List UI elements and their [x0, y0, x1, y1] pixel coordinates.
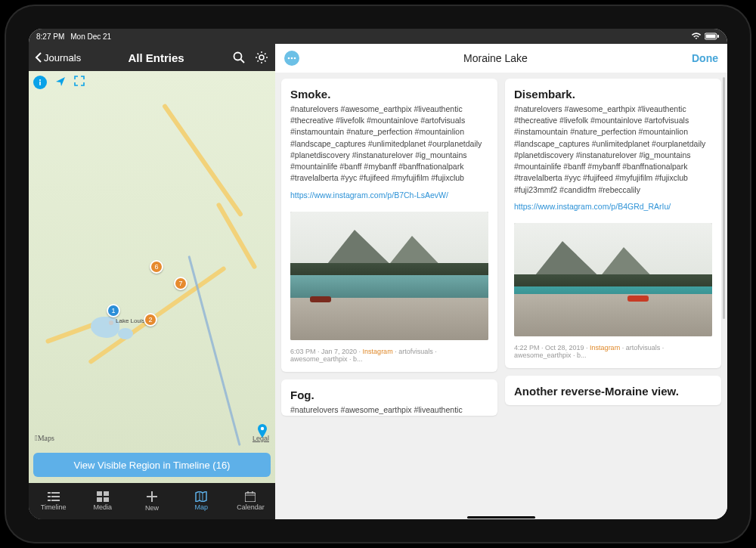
town-marker: [109, 320, 113, 325]
plus-icon: [146, 491, 158, 503]
expand-button[interactable]: [74, 76, 85, 89]
entry-card[interactable]: Disembark. #naturelovers #awesome_earthp…: [505, 79, 721, 368]
media-icon: [97, 491, 109, 502]
svg-rect-9: [48, 492, 51, 494]
svg-rect-7: [39, 82, 41, 85]
left-title: All Entries: [128, 51, 184, 64]
svg-point-26: [291, 57, 293, 60]
tab-bar: Timeline Media New Map: [29, 483, 275, 519]
entry-photo: [290, 212, 488, 340]
info-icon: [36, 79, 44, 86]
map-pin[interactable]: 1: [107, 304, 120, 317]
entry-tags: #naturelovers #awesome_earthpix #liveaut…: [290, 404, 488, 416]
svg-point-27: [294, 57, 296, 60]
entry-link[interactable]: https://www.instagram.com/p/B4GRd_RArIu/: [514, 202, 712, 211]
entry-title: Disembark.: [514, 88, 712, 101]
entry-tags: #naturelovers #awesome_earthpix #liveaut…: [514, 104, 712, 196]
entry-meta: 6:03 PM · Jan 7, 2020 · Instagram · arto…: [290, 348, 488, 363]
view-region-button[interactable]: View Visible Region in Timeline (16): [33, 453, 271, 477]
wifi-icon: [691, 33, 702, 40]
svg-rect-15: [97, 491, 102, 496]
map-pin[interactable]: 7: [174, 277, 187, 290]
map-icon: [195, 491, 207, 502]
svg-rect-11: [48, 496, 51, 497]
left-header: Journals All Entries: [29, 44, 275, 71]
svg-rect-17: [97, 497, 102, 502]
svg-point-8: [261, 427, 264, 430]
entry-card[interactable]: Another reverse-Moraine view.: [505, 376, 721, 405]
map-pin[interactable]: 2: [144, 313, 157, 327]
calendar-icon: [245, 491, 256, 502]
battery-icon: [705, 33, 720, 40]
svg-rect-13: [48, 500, 51, 501]
svg-point-3: [234, 53, 241, 60]
scroll-indicator: [723, 77, 725, 319]
status-time: 8:27 PM: [36, 33, 64, 41]
lake: [118, 328, 133, 339]
entry-tags: #naturelovers #awesome_earthpix #liveaut…: [290, 104, 488, 184]
left-pane: Journals All Entries: [29, 44, 275, 519]
svg-point-6: [39, 79, 41, 81]
expand-icon: [74, 76, 85, 86]
right-pane: Moraine Lake Done Smoke. #naturelovers #…: [275, 44, 727, 519]
settings-button[interactable]: [254, 50, 269, 65]
detail-title: Moraine Lake: [463, 52, 528, 64]
svg-rect-21: [245, 493, 256, 502]
entry-title: Smoke.: [290, 88, 488, 101]
entry-card[interactable]: Fog. #naturelovers #awesome_earthpix #li…: [281, 379, 497, 416]
svg-rect-18: [104, 497, 109, 502]
svg-rect-2: [717, 35, 719, 38]
tab-new[interactable]: New: [127, 483, 176, 519]
search-button[interactable]: [231, 50, 246, 65]
more-menu-button[interactable]: [284, 51, 299, 66]
road: [162, 104, 243, 218]
screen: 8:27 PM Mon Dec 21 Journals All Entries: [29, 29, 727, 519]
ellipsis-icon: [287, 57, 296, 60]
current-location-pin[interactable]: [257, 424, 268, 438]
ipad-frame: 8:27 PM Mon Dec 21 Journals All Entries: [6, 6, 750, 542]
svg-point-5: [259, 55, 264, 60]
gear-icon: [255, 51, 268, 64]
done-button[interactable]: Done: [692, 52, 718, 64]
entry-title: Another reverse-Moraine view.: [514, 385, 712, 398]
back-label: Journals: [44, 52, 81, 63]
entry-title: Fog.: [290, 389, 488, 401]
back-button[interactable]: Journals: [35, 52, 81, 63]
svg-rect-10: [51, 492, 60, 494]
status-date: Mon Dec 21: [70, 33, 111, 41]
tab-media[interactable]: Media: [78, 483, 127, 519]
maps-attribution: Maps: [35, 434, 54, 442]
tab-map[interactable]: Map: [177, 483, 226, 519]
timeline-icon: [48, 491, 60, 502]
pin-icon: [257, 424, 268, 438]
map-view[interactable]: Lake Louise 6 7 2: [29, 71, 275, 483]
svg-rect-14: [51, 500, 60, 501]
chevron-left-icon: [35, 52, 42, 63]
entry-meta: 4:22 PM · Oct 28, 2019 · Instagram · art…: [514, 344, 712, 359]
search-icon: [233, 51, 245, 63]
locate-button[interactable]: [54, 76, 67, 89]
river: [187, 255, 240, 446]
svg-point-25: [288, 57, 290, 60]
svg-line-4: [240, 60, 244, 63]
status-bar: 8:27 PM Mon Dec 21: [29, 29, 727, 44]
tab-calendar[interactable]: Calendar: [226, 483, 275, 519]
right-header: Moraine Lake Done: [275, 44, 727, 73]
svg-rect-12: [51, 496, 60, 497]
status-indicators: [691, 33, 720, 40]
location-arrow-icon: [54, 76, 67, 88]
entries-grid[interactable]: Smoke. #naturelovers #awesome_earthpix #…: [275, 73, 727, 519]
svg-rect-16: [104, 491, 109, 496]
entry-card[interactable]: Smoke. #naturelovers #awesome_earthpix #…: [281, 79, 497, 372]
info-button[interactable]: [33, 76, 47, 89]
entry-photo: [514, 223, 712, 336]
home-indicator[interactable]: [467, 516, 535, 519]
tab-timeline[interactable]: Timeline: [29, 483, 78, 519]
entry-link[interactable]: https://www.instagram.com/p/B7Ch-LsAevW/: [290, 190, 488, 200]
svg-rect-1: [706, 35, 716, 39]
map-pin[interactable]: 6: [150, 260, 163, 274]
